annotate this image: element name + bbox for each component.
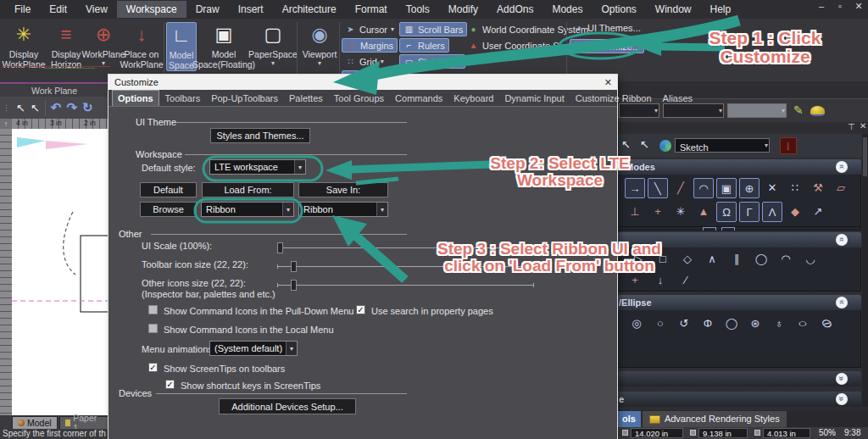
lamp-icon[interactable] xyxy=(810,106,825,116)
styles-and-themes-button[interactable]: Styles and Themes... xyxy=(210,128,310,143)
tool-star[interactable]: ✳ xyxy=(670,202,691,222)
ribbon-viewport[interactable]: ◉ Viewport ▾ xyxy=(301,22,338,67)
additional-devices-button[interactable]: Additional Devices Setup... xyxy=(219,398,356,414)
tool-circle-notch[interactable]: ◯ xyxy=(751,249,771,270)
tab-dynamic-input[interactable]: Dynamic Input xyxy=(499,91,569,106)
node-cursor-icon[interactable]: ↖ xyxy=(640,138,649,151)
coord-x-field[interactable]: 14.020 in xyxy=(631,428,683,438)
tool-cross[interactable]: + xyxy=(648,202,668,222)
select-cursor-icon[interactable]: ↖ xyxy=(16,102,25,114)
tool-angle2[interactable]: ∧ xyxy=(702,249,722,270)
ribbon-status-bar[interactable]: ▭ Status Bar xyxy=(399,54,465,69)
menu-window[interactable]: Window xyxy=(646,1,701,18)
tool-snap-center[interactable]: ⊕ xyxy=(739,178,760,198)
screentips-checkbox[interactable]: ✓ xyxy=(148,363,158,372)
ribbon-paperspace[interactable]: ▢ PaperSpace ▾ xyxy=(251,22,295,67)
tool-perpendicular[interactable]: ⊥ xyxy=(625,202,645,222)
tool-snap-intersection[interactable]: ✕ xyxy=(762,178,782,198)
shortcut-keys-checkbox[interactable]: ✓ xyxy=(165,380,175,389)
tool-snap-tool[interactable]: ⚒ xyxy=(808,178,828,198)
tool-ellipse[interactable]: ○ xyxy=(793,314,813,334)
menu-help[interactable]: Help xyxy=(701,1,741,18)
search-property-checkbox[interactable]: ✓ xyxy=(356,305,365,314)
local-menu-icons-checkbox[interactable] xyxy=(148,324,158,333)
menu-animations-dropdown[interactable]: (System default) ▾ xyxy=(209,341,298,356)
ruler-corner[interactable]: ↑ xyxy=(0,119,12,129)
globe-icon[interactable] xyxy=(659,140,671,152)
menu-file[interactable]: File xyxy=(5,1,40,18)
menu-tools[interactable]: Tools xyxy=(397,1,439,18)
rotate-view-icon[interactable]: ↻ xyxy=(82,100,93,115)
tab-aliases[interactable]: Aliases xyxy=(658,91,698,106)
tab-popup-toolbars[interactable]: Pop-UpToolbars xyxy=(206,91,283,106)
tool-arc-up[interactable]: ◠ xyxy=(776,249,796,270)
menu-view[interactable]: View xyxy=(76,1,117,18)
edit-cursor-icon[interactable]: ↖ xyxy=(31,102,40,114)
menu-architecture[interactable]: Architecture xyxy=(273,1,346,18)
menu-addons[interactable]: AddOns xyxy=(487,1,542,18)
tab-toolbars[interactable]: Toolbars xyxy=(160,91,206,106)
tool-bucket[interactable]: ◆ xyxy=(785,202,805,222)
tab-palettes[interactable]: Palettes xyxy=(284,91,328,106)
ui-scale-thumb[interactable] xyxy=(277,242,283,253)
dialog-title[interactable]: Customize xyxy=(108,75,617,90)
ellipse-panel-header[interactable]: /Ellipse xyxy=(617,295,861,310)
redo-icon[interactable]: ↷ xyxy=(66,100,77,115)
tab-keyboard[interactable]: Keyboard xyxy=(448,91,498,106)
ribbon-margins[interactable]: ▯ Margins xyxy=(342,38,398,53)
tab-options[interactable]: Options xyxy=(112,90,159,106)
tool-concentric-circle[interactable]: ◎ xyxy=(626,314,647,334)
tool-circle-bold[interactable]: ◯ xyxy=(721,314,742,334)
tool-snap-arc[interactable]: ◠ xyxy=(693,178,714,198)
menu-format[interactable]: Format xyxy=(346,1,397,18)
coord-toggle-icon[interactable] xyxy=(622,430,628,436)
menu-modify[interactable]: Modify xyxy=(439,1,487,18)
tool-corner[interactable]: Γ xyxy=(739,202,760,222)
ribbon-display-workplane[interactable]: ✳ Display WorkPlane xyxy=(2,22,46,69)
panel-scrollbar[interactable] xyxy=(862,134,868,407)
tool-snap-line[interactable]: ╱ xyxy=(670,178,691,198)
restore-icon[interactable]: ▫ xyxy=(834,1,846,12)
ribbon-ui-themes[interactable]: ◕ UI Themes... xyxy=(570,20,644,35)
tab-commands[interactable]: Commands xyxy=(390,91,448,106)
menu-workspace[interactable]: Workspace xyxy=(117,1,186,18)
tool-diamond[interactable]: ◇ xyxy=(677,249,698,270)
coord-toggle-icon[interactable] xyxy=(754,430,760,436)
tab-advanced-rendering-styles[interactable]: Advanced Rendering Styles xyxy=(643,411,787,427)
tool-circle-diameter[interactable]: Φ xyxy=(698,314,718,334)
panel-close-icon[interactable]: ✕ xyxy=(860,121,866,131)
collapsed-panel-1[interactable] xyxy=(617,371,861,386)
tool-ellipse-tilted[interactable]: ⊘ xyxy=(816,314,837,334)
pin-icon[interactable]: ⊤ xyxy=(848,122,855,131)
menu-options[interactable]: Options xyxy=(592,1,645,18)
tool-magnet[interactable]: Ω xyxy=(716,202,737,222)
tab-customize-ribbon[interactable]: Customize Ribbon xyxy=(570,91,657,106)
coord-z-field[interactable]: 4.013 in xyxy=(763,428,810,438)
expand-chevron-icon[interactable]: » xyxy=(836,393,848,405)
tool-segment[interactable]: ↗ xyxy=(808,202,828,222)
default-button[interactable]: Default xyxy=(140,182,197,197)
tool-arc-down[interactable]: ◡ xyxy=(800,249,821,270)
tool-circle-legs[interactable]: ♁ xyxy=(769,314,789,334)
ribbon-customize[interactable]: ⚙ Customize... xyxy=(570,39,644,53)
expand-chevron-icon[interactable]: » xyxy=(836,373,848,385)
collapsed-panel-2[interactable]: e xyxy=(617,392,861,407)
undo-icon[interactable]: ↶ xyxy=(51,100,62,115)
load-from-button[interactable]: Load From: xyxy=(202,182,294,197)
ribbon-model-space-floating[interactable]: ▣ Model Space(Floating) xyxy=(198,22,249,69)
coord-toggle-icon[interactable] xyxy=(690,430,696,436)
ribbon-rulers[interactable]: ⌐ Rulers xyxy=(399,38,449,53)
dialog-close-icon[interactable]: ✕ xyxy=(604,75,612,90)
tab-model[interactable]: Model xyxy=(12,416,58,429)
menu-edit[interactable]: Edit xyxy=(40,1,76,18)
browse-button[interactable]: Browse xyxy=(140,202,197,217)
drawing-canvas[interactable] xyxy=(12,129,108,415)
tool-circle[interactable]: ○ xyxy=(650,314,670,334)
other-icons-thumb[interactable] xyxy=(291,280,297,291)
ribbon-scroll-bars[interactable]: ▥ Scroll Bars xyxy=(399,22,467,36)
collapse-chevron-icon[interactable]: » xyxy=(836,161,848,173)
tool-snap-solid[interactable]: ▣ xyxy=(716,178,737,198)
tool-circle-marks[interactable]: ⊛ xyxy=(745,314,765,334)
toolbar-drag-handle[interactable]: ⋮ xyxy=(3,103,11,112)
ribbon-workplane[interactable]: ⊕ WorkPlane ▾ xyxy=(86,22,120,67)
